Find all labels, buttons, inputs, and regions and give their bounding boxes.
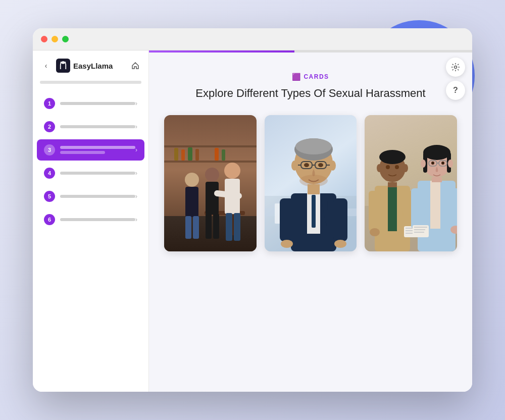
svg-rect-83 <box>411 188 421 229</box>
svg-rect-42 <box>333 198 347 241</box>
svg-rect-8 <box>188 147 192 161</box>
svg-point-53 <box>304 163 309 167</box>
sidebar-item-number-1: 1 <box>44 98 55 109</box>
cards-grid <box>164 115 457 251</box>
sidebar-item-content-1 <box>60 102 135 105</box>
svg-rect-17 <box>185 187 198 217</box>
sidebar-item-6[interactable]: 6 › <box>37 209 144 230</box>
sidebar-item-line <box>60 218 135 221</box>
svg-line-28 <box>217 193 239 196</box>
sidebar-item-number-4: 4 <box>44 168 55 179</box>
svg-point-101 <box>448 160 453 168</box>
title-bar <box>33 28 472 50</box>
settings-button[interactable] <box>446 58 465 77</box>
sidebar-chevron-5: › <box>135 193 137 200</box>
sidebar-chevron-4: › <box>135 170 137 177</box>
sidebar-item-subline-active <box>60 151 105 154</box>
svg-rect-62 <box>388 186 397 231</box>
cards-label: 🟪 CARDS <box>292 73 329 81</box>
sidebar-item-line <box>60 195 135 198</box>
browser-window: ‹ EasyLlama <box>33 28 472 392</box>
svg-point-16 <box>185 173 199 187</box>
sidebar-item-content-5 <box>60 195 135 198</box>
photo-card-2[interactable] <box>265 115 357 251</box>
sidebar-item-line <box>60 102 135 105</box>
svg-rect-84 <box>449 188 457 229</box>
svg-rect-9 <box>195 149 199 161</box>
sidebar-item-3[interactable]: 3 › <box>37 139 144 161</box>
svg-rect-38 <box>312 195 316 228</box>
svg-rect-0 <box>56 59 70 73</box>
svg-rect-87 <box>414 229 425 230</box>
svg-point-91 <box>423 145 450 160</box>
photo-card-1[interactable] <box>164 115 257 251</box>
sidebar-item-4[interactable]: 4 › <box>37 163 144 184</box>
svg-point-100 <box>421 160 426 168</box>
sidebar-chevron-1: › <box>135 100 137 107</box>
sidebar-chevron-3: › <box>135 146 137 153</box>
sidebar-item-line-active <box>60 146 135 149</box>
svg-rect-11 <box>222 149 225 161</box>
svg-rect-26 <box>226 213 232 241</box>
svg-point-43 <box>281 240 293 248</box>
svg-point-57 <box>330 161 336 171</box>
sidebar-item-content-2 <box>60 125 135 128</box>
svg-point-71 <box>370 228 380 236</box>
svg-point-44 <box>334 240 346 248</box>
sidebar-item-line <box>60 172 135 175</box>
svg-point-47 <box>295 138 332 154</box>
sidebar-item-content-3 <box>60 146 135 154</box>
svg-rect-58 <box>308 184 320 194</box>
sidebar-chevron-2: › <box>135 123 137 130</box>
svg-point-54 <box>318 163 323 167</box>
svg-point-2 <box>454 66 457 69</box>
svg-rect-19 <box>193 216 199 239</box>
app-body: ‹ EasyLlama <box>33 50 472 392</box>
sidebar-item-number-2: 2 <box>44 121 55 132</box>
sidebar-header: ‹ EasyLlama <box>33 50 148 79</box>
cards-label-text: CARDS <box>304 73 329 80</box>
svg-rect-4 <box>164 145 257 147</box>
svg-point-20 <box>205 168 219 182</box>
svg-point-97 <box>431 162 434 165</box>
sidebar-search-bar <box>40 81 141 84</box>
svg-point-77 <box>377 164 382 172</box>
cards-label-icon: 🟪 <box>292 73 300 81</box>
sidebar-item-1[interactable]: 1 › <box>37 93 144 114</box>
svg-rect-10 <box>215 148 219 161</box>
sidebar-item-number-6: 6 <box>44 214 55 225</box>
svg-point-24 <box>224 163 240 179</box>
home-button[interactable] <box>129 60 141 72</box>
svg-rect-22 <box>206 214 212 239</box>
back-button[interactable]: ‹ <box>40 60 52 72</box>
svg-point-1 <box>62 61 65 64</box>
svg-point-73 <box>379 150 406 164</box>
svg-rect-6 <box>174 148 178 161</box>
sidebar-item-line <box>60 125 135 128</box>
svg-rect-88 <box>414 232 424 233</box>
help-icon: ? <box>453 86 458 95</box>
svg-rect-21 <box>206 182 219 215</box>
action-buttons: ? <box>446 58 465 100</box>
close-button[interactable] <box>41 36 47 42</box>
minimize-button[interactable] <box>52 36 58 42</box>
svg-rect-7 <box>181 149 185 161</box>
sidebar-item-content-4 <box>60 172 135 175</box>
svg-rect-23 <box>213 214 219 239</box>
sidebar-item-5[interactable]: 5 › <box>37 186 144 207</box>
svg-rect-65 <box>369 191 379 231</box>
maximize-button[interactable] <box>62 36 69 42</box>
help-button[interactable]: ? <box>446 81 465 100</box>
sidebar-item-2[interactable]: 2 › <box>37 116 144 137</box>
sidebar-item-number-5: 5 <box>44 191 55 202</box>
card-2-image <box>265 115 357 251</box>
svg-point-98 <box>441 162 444 165</box>
svg-rect-27 <box>234 213 240 241</box>
svg-point-56 <box>291 161 297 171</box>
sidebar: ‹ EasyLlama <box>33 50 149 392</box>
svg-rect-99 <box>432 177 442 182</box>
svg-point-78 <box>403 164 408 172</box>
photo-card-3[interactable] <box>365 115 457 251</box>
sidebar-chevron-6: › <box>135 216 137 223</box>
logo-text: EasyLlama <box>73 62 113 70</box>
